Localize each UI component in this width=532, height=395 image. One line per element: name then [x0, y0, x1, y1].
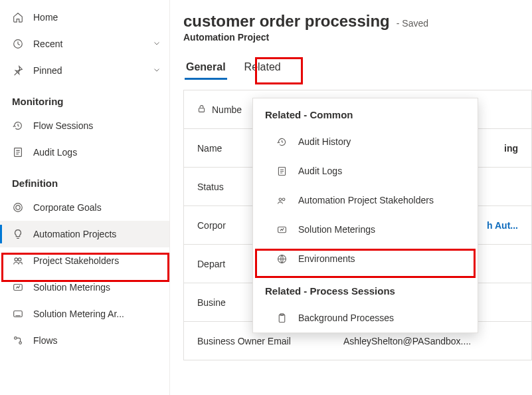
nav-project-stakeholders[interactable]: Project Stakeholders: [0, 247, 169, 274]
nav-home[interactable]: Home: [0, 4, 169, 31]
people-icon: [12, 255, 24, 267]
flow-icon: [12, 334, 24, 346]
clipboard-icon: [276, 312, 288, 324]
field-value-link[interactable]: h Aut...: [487, 220, 518, 231]
tabs: General Related: [183, 57, 532, 80]
svg-point-5: [18, 258, 21, 261]
nav-label: Solution Metering Ar...: [33, 309, 161, 319]
svg-point-13: [282, 198, 285, 200]
clock-icon: [12, 38, 24, 50]
field-label: Business Owner Email: [197, 336, 343, 346]
nav-automation-projects[interactable]: Automation Projects: [0, 221, 169, 247]
meter-icon: [12, 308, 24, 320]
chevron-down-icon: [152, 65, 161, 76]
dropdown-header-2: Related - Process Sessions: [253, 273, 478, 303]
document-list-icon: [276, 165, 288, 177]
nav-label: Home: [33, 12, 161, 23]
svg-point-9: [19, 342, 22, 344]
menu-label: Solution Meterings: [298, 224, 375, 235]
dropdown-header: Related - Common: [253, 98, 478, 127]
nav-solution-metering-ar[interactable]: Solution Metering Ar...: [0, 301, 169, 327]
menu-label: Background Processes: [298, 313, 394, 323]
lock-icon: [197, 104, 207, 115]
people-icon: [276, 194, 288, 206]
sidebar: Home Recent Pinned Monitoring: [0, 0, 170, 395]
svg-point-2: [14, 203, 23, 212]
tab-related[interactable]: Related: [243, 57, 282, 80]
nav-label: Flow Sessions: [33, 120, 161, 131]
menu-label: Audit Logs: [298, 166, 342, 176]
page-title: customer order processing: [183, 12, 390, 31]
nav-flows[interactable]: Flows: [0, 327, 169, 354]
section-monitoring: Monitoring: [0, 84, 169, 112]
entity-name: Automation Project: [183, 32, 532, 43]
menu-label: Audit History: [298, 136, 351, 147]
section-definition: Definition: [0, 166, 169, 194]
meter-icon: [276, 223, 288, 235]
document-list-icon: [12, 146, 24, 158]
lightbulb-icon: [12, 228, 24, 240]
svg-rect-10: [199, 108, 204, 112]
related-project-stakeholders[interactable]: Automation Project Stakeholders: [253, 186, 478, 215]
nav-audit-logs[interactable]: Audit Logs: [0, 139, 169, 166]
related-solution-meterings[interactable]: Solution Meterings: [253, 215, 478, 244]
related-environments[interactable]: Environments: [253, 244, 478, 273]
menu-label: Environments: [298, 253, 355, 264]
nav-label: Solution Meterings: [33, 282, 161, 293]
nav-flow-sessions[interactable]: Flow Sessions: [0, 112, 169, 139]
svg-point-12: [279, 198, 282, 200]
nav-label: Audit Logs: [33, 147, 161, 158]
nav-pinned[interactable]: Pinned: [0, 57, 169, 84]
nav-label: Automation Projects: [33, 229, 161, 239]
pin-icon: [12, 65, 24, 76]
svg-point-3: [16, 205, 20, 209]
nav-label: Pinned: [33, 65, 152, 76]
home-icon: [12, 11, 24, 23]
related-background-processes[interactable]: Background Processes: [253, 303, 478, 332]
menu-label: Automation Project Stakeholders: [298, 195, 434, 205]
nav-label: Project Stakeholders: [33, 255, 161, 266]
nav-recent[interactable]: Recent: [0, 31, 169, 57]
nav-corporate-goals[interactable]: Corporate Goals: [0, 194, 169, 221]
history-icon: [12, 120, 24, 132]
save-status: - Saved: [397, 18, 428, 29]
meter-icon: [12, 281, 24, 293]
tab-general[interactable]: General: [185, 57, 227, 80]
related-audit-logs[interactable]: Audit Logs: [253, 156, 478, 186]
globe-icon: [276, 253, 288, 265]
nav-label: Corporate Goals: [33, 202, 161, 213]
related-dropdown: Related - Common Audit History Audit Log…: [252, 98, 478, 333]
field-value: AshleyShelton@PASandbox....: [343, 336, 471, 346]
nav-label: Flows: [33, 335, 161, 346]
chevron-down-icon: [152, 39, 161, 50]
field-value: ing: [504, 143, 518, 154]
related-audit-history[interactable]: Audit History: [253, 127, 478, 156]
svg-point-4: [15, 258, 18, 261]
target-icon: [12, 201, 24, 213]
svg-rect-16: [279, 315, 285, 322]
nav-solution-meterings[interactable]: Solution Meterings: [0, 274, 169, 301]
svg-point-8: [15, 337, 17, 340]
history-icon: [276, 136, 288, 148]
nav-label: Recent: [33, 39, 152, 49]
